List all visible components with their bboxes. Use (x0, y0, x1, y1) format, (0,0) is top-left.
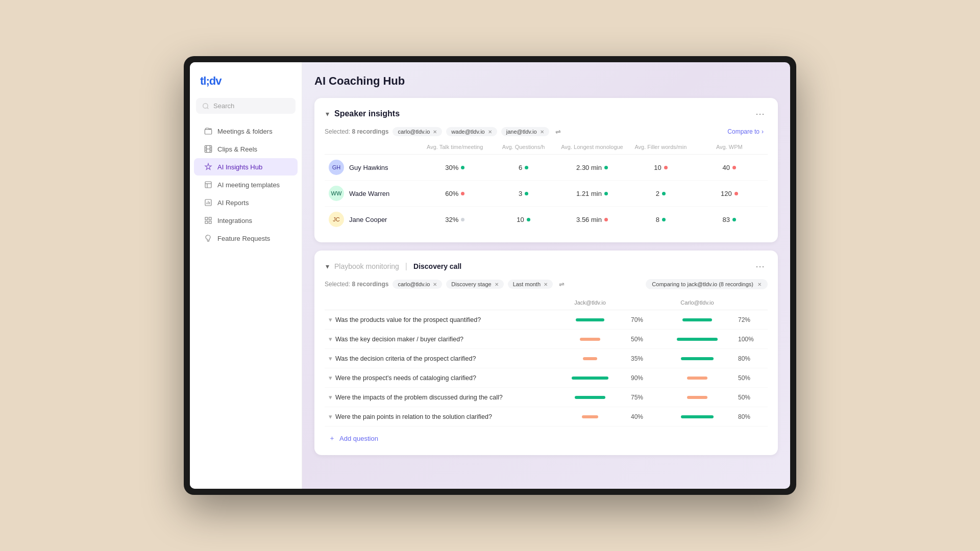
search-icon (202, 103, 209, 110)
tag-playbook-lastmonth-close[interactable]: ✕ (544, 282, 548, 287)
metric-q-1: 3 (489, 190, 557, 197)
sidebar-item-ai-templates[interactable]: AI meeting templates (194, 176, 298, 193)
sidebar-item-ai-reports[interactable]: AI Reports (194, 194, 298, 211)
tag-playbook-lastmonth[interactable]: Last month ✕ (508, 280, 553, 289)
dot-filler-2 (662, 218, 666, 221)
col-monologue: Avg. Longest monologue (558, 144, 626, 150)
playbook-q-chevron-1[interactable]: ▾ (329, 335, 332, 343)
speaker-info-2: JC Jane Cooper (329, 212, 421, 227)
playbook-filter-row: Selected: 8 recordings carlo@tldv.io ✕ D… (325, 279, 768, 289)
sidebar-item-clips[interactable]: Clips & Reels (194, 140, 298, 158)
compare-badge: Comparing to jack@tldv.io (8 recordings)… (646, 279, 768, 289)
tag-jane[interactable]: jane@tldv.io ✕ (501, 127, 549, 136)
playbook-collapse-btn[interactable]: ▾ (325, 261, 330, 271)
avatar-1: WW (329, 186, 344, 201)
playbook-carlo-progress-1 (677, 338, 718, 341)
playbook-jack-progress-1 (580, 338, 600, 341)
playbook-jack-progress-4 (575, 396, 605, 399)
playbook-jack-progress-3 (572, 377, 608, 380)
playbook-row-1: ▾ Was the key decision maker / buyer cla… (325, 330, 768, 349)
speaker-insights-card: ▾ Speaker insights ⋯ Selected: 8 recordi… (314, 98, 778, 242)
dot-wpm-1 (734, 192, 738, 195)
speakers-table: Avg. Talk time/meeting Avg. Questions/h … (325, 144, 768, 232)
tag-wade-label: wade@tldv.io (451, 129, 484, 135)
metric-wpm-0: 40 (695, 164, 764, 171)
playbook-carlo-bar-2 (656, 357, 738, 360)
tag-playbook-carlo[interactable]: carlo@tldv.io ✕ (393, 280, 442, 289)
speaker-row-2: JC Jane Cooper 32% 10 3.56 min (325, 207, 768, 232)
filter-icon[interactable]: ⇌ (553, 127, 563, 137)
metric-filler-0: 10 (626, 164, 695, 171)
speaker-insights-more-btn[interactable]: ⋯ (752, 108, 768, 119)
speaker-insights-header: ▾ Speaker insights ⋯ (325, 108, 768, 119)
playbook-row-0: ▾ Was the products value for the prospec… (325, 310, 768, 330)
sidebar-item-meetings[interactable]: Meetings & folders (194, 122, 298, 140)
playbook-more-btn[interactable]: ⋯ (752, 261, 768, 272)
compare-badge-label: Comparing to jack@tldv.io (8 recordings) (652, 281, 753, 287)
tag-wade[interactable]: wade@tldv.io ✕ (446, 127, 497, 136)
playbook-q-chevron-4[interactable]: ▾ (329, 393, 332, 401)
svg-rect-21 (209, 221, 211, 223)
playbook-jack-bar-2 (549, 357, 631, 360)
sidebar-item-ai-insights[interactable]: AI Insights Hub (194, 158, 298, 176)
playbook-jack-bar-4 (549, 396, 631, 399)
playbook-q-chevron-3[interactable]: ▾ (329, 374, 332, 382)
speaker-name-1: Wade Warren (349, 190, 389, 197)
playbook-questions-table: ▾ Was the products value for the prospec… (325, 310, 768, 427)
tag-carlo-close[interactable]: ✕ (433, 129, 437, 135)
folder-icon (204, 127, 212, 135)
col-questions: Avg. Questions/h (489, 144, 557, 150)
main-content: AI Coaching Hub ▾ Speaker insights ⋯ Sel… (302, 62, 790, 489)
playbook-carlo-bar-4 (656, 396, 738, 399)
dot-q-2 (527, 218, 530, 221)
sidebar-nav: Meetings & folders Clips & Reels AI Insi… (190, 122, 302, 247)
add-question-row[interactable]: ＋ Add question (325, 427, 768, 445)
metric-q-2: 10 (489, 216, 557, 223)
tag-jane-close[interactable]: ✕ (540, 129, 544, 135)
tag-playbook-carlo-label: carlo@tldv.io (398, 281, 430, 287)
tag-playbook-discovery-label: Discovery stage (451, 281, 491, 287)
playbook-carlo-bar-1 (656, 338, 738, 341)
playbook-header: ▾ Playbook monitoring | Discovery call ⋯ (325, 261, 768, 272)
playbook-carlo-progress-0 (682, 318, 712, 321)
tag-playbook-discovery[interactable]: Discovery stage ✕ (446, 280, 503, 289)
add-question-label: Add question (339, 435, 378, 442)
playbook-carlo-pct-2: 80% (738, 355, 764, 362)
tag-carlo-label: carlo@tldv.io (398, 129, 430, 135)
speaker-name-0: Guy Hawkins (349, 164, 388, 171)
tag-carlo[interactable]: carlo@tldv.io ✕ (393, 127, 442, 136)
dot-q-1 (525, 192, 528, 195)
playbook-q-text-4: ▾ Were the impacts of the problem discus… (329, 393, 549, 401)
compare-badge-close[interactable]: ✕ (757, 282, 762, 287)
playbook-q-chevron-2[interactable]: ▾ (329, 355, 332, 362)
playbook-row-3: ▾ Were the prospect's needs of catalogin… (325, 368, 768, 388)
tag-playbook-discovery-close[interactable]: ✕ (495, 282, 499, 287)
tag-playbook-carlo-close[interactable]: ✕ (433, 282, 437, 287)
compare-to-btn[interactable]: Compare to › (723, 127, 768, 137)
speaker-row-0: GH Guy Hawkins 30% 6 2.30 min (325, 155, 768, 181)
template-icon (204, 181, 212, 189)
playbook-carlo-pct-5: 80% (738, 413, 764, 420)
tag-wade-close[interactable]: ✕ (488, 129, 492, 135)
metric-mono-0: 2.30 min (558, 164, 626, 171)
sidebar-label-ai-templates: AI meeting templates (217, 181, 280, 189)
metric-wpm-2: 83 (695, 216, 764, 223)
playbook-q-chevron-0[interactable]: ▾ (329, 316, 332, 323)
playbook-carlo-pct-1: 100% (738, 336, 764, 343)
svg-line-1 (207, 107, 209, 109)
svg-rect-2 (205, 130, 211, 134)
playbook-carlo-pct-4: 50% (738, 394, 764, 401)
metric-mono-2: 3.56 min (558, 216, 626, 223)
playbook-q-chevron-5[interactable]: ▾ (329, 413, 332, 420)
lightbulb-icon (204, 234, 212, 242)
sidebar-item-integrations[interactable]: Integrations (194, 212, 298, 229)
speaker-selected-label: Selected: 8 recordings (325, 128, 388, 135)
search-box[interactable]: Search (196, 98, 296, 114)
playbook-carlo-bar-5 (656, 415, 738, 418)
speaker-insights-collapse-btn[interactable]: ▾ (325, 109, 330, 119)
playbook-filter-icon[interactable]: ⇌ (557, 280, 567, 289)
playbook-separator: | (405, 262, 407, 271)
playbook-jack-bar-0 (549, 318, 631, 321)
sidebar-item-feature-requests[interactable]: Feature Requests (194, 230, 298, 247)
table-header: Avg. Talk time/meeting Avg. Questions/h … (325, 144, 768, 155)
